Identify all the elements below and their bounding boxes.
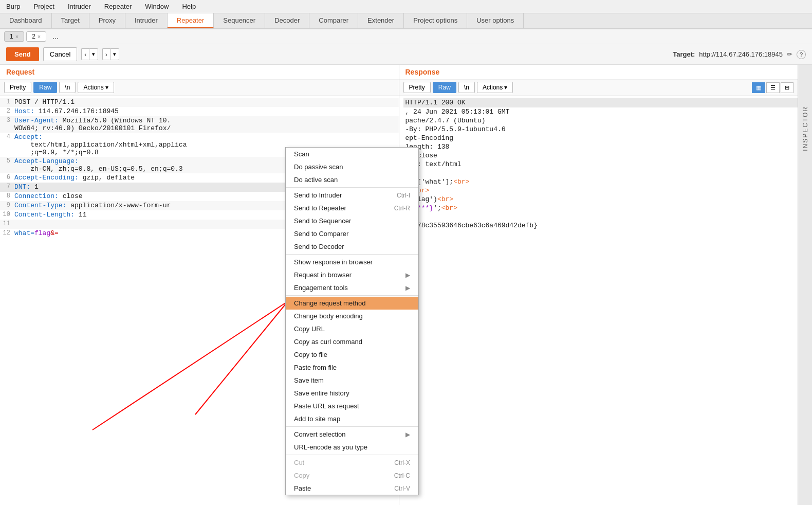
ctx-copy-url[interactable]: Copy URL: [286, 322, 418, 335]
request-actions-label: Actions: [83, 84, 103, 91]
request-pretty-tab[interactable]: Pretty: [4, 82, 31, 93]
ctx-scan[interactable]: Scan: [286, 148, 418, 160]
ctx-send-decoder[interactable]: Send to Decoder: [286, 240, 418, 253]
response-pretty-tab[interactable]: Pretty: [403, 82, 431, 93]
response-actions-arrow: ▾: [504, 84, 507, 91]
menu-project[interactable]: Project: [31, 2, 56, 11]
inspector-bar: INSPECTOR: [798, 65, 812, 505]
resp-line-9: OST['what'];<br>: [403, 177, 798, 186]
tab-project-options[interactable]: Project options: [404, 13, 467, 28]
response-status-line: HTTP/1.1 200 OK: [403, 98, 798, 107]
ctx-sep-3: [286, 295, 418, 296]
instance-bar: 1 × 2 × ...: [0, 29, 812, 44]
instance-close-2[interactable]: ×: [38, 33, 41, 40]
instance-close-1[interactable]: ×: [15, 33, 19, 40]
request-header: Request: [0, 65, 399, 80]
resp-line-3: pache/2.4.7 (Ubuntu): [403, 116, 798, 125]
code-line-2: 2 Host: 114.67.246.176:18945: [0, 107, 399, 116]
request-actions-arrow: ▾: [105, 84, 108, 91]
ctx-paste-from-file[interactable]: Paste from file: [286, 361, 418, 374]
request-newline-tab[interactable]: \n: [59, 82, 76, 93]
cancel-button[interactable]: Cancel: [43, 47, 77, 61]
tab-repeater[interactable]: Repeater: [168, 13, 214, 28]
ctx-send-comparer[interactable]: Send to Comparer: [286, 227, 418, 240]
request-actions-button[interactable]: Actions ▾: [78, 82, 114, 93]
view-split-btn[interactable]: ▦: [752, 82, 765, 93]
ctx-send-repeater[interactable]: Send to Repeater Ctrl-R: [286, 202, 418, 214]
edit-target-icon[interactable]: ✏: [787, 50, 792, 58]
ctx-show-response-browser[interactable]: Show response in browser: [286, 256, 418, 268]
view-list-btn[interactable]: ☰: [766, 82, 780, 93]
tab-user-options[interactable]: User options: [467, 13, 524, 28]
tab-target[interactable]: Target: [52, 13, 89, 28]
tab-dashboard[interactable]: Dashboard: [0, 13, 52, 28]
response-newline-tab[interactable]: \n: [458, 82, 475, 93]
tab-intruder[interactable]: Intruder: [125, 13, 168, 28]
target-help-icon[interactable]: ?: [797, 50, 806, 59]
ctx-save-item[interactable]: Save item: [286, 374, 418, 387]
tab-sequencer[interactable]: Sequencer: [214, 13, 265, 28]
tab-extender[interactable]: Extender: [358, 13, 404, 28]
instance-more[interactable]: ...: [48, 31, 63, 42]
main-content: Request Pretty Raw \n Actions ▾ 1 POST /…: [0, 65, 812, 505]
back-nav-group: ‹ ▾: [81, 48, 98, 60]
target-info: Target: http://114.67.246.176:18945 ✏ ?: [673, 50, 806, 59]
view-grid-btn[interactable]: ⊟: [781, 82, 793, 93]
ctx-sep-1: [286, 187, 418, 188]
menu-window[interactable]: Window: [143, 2, 171, 11]
resp-line-10: t;<br>: [403, 186, 798, 195]
response-raw-tab[interactable]: Raw: [433, 82, 456, 93]
toolbar: Send Cancel ‹ ▾ › ▾ Target: http://114.6…: [0, 44, 812, 65]
menu-bar: Burp Project Intruder Repeater Window He…: [0, 0, 812, 13]
resp-line-7: n: close: [403, 151, 798, 160]
ctx-save-entire-history[interactable]: Save entire history: [286, 387, 418, 400]
ctx-sep-5: [286, 455, 418, 455]
target-prefix: Target:: [673, 50, 695, 58]
ctx-send-sequencer[interactable]: Send to Sequencer: [286, 214, 418, 227]
request-raw-tab[interactable]: Raw: [33, 82, 57, 93]
menu-burp[interactable]: Burp: [4, 2, 22, 11]
ctx-request-in-browser[interactable]: Request in browser ▶: [286, 268, 418, 281]
menu-help[interactable]: Help: [180, 2, 198, 11]
send-button[interactable]: Send: [6, 47, 39, 61]
tab-comparer[interactable]: Comparer: [309, 13, 358, 28]
ctx-paste-url-as-request[interactable]: Paste URL as request: [286, 400, 418, 412]
ctx-do-active-scan[interactable]: Do active scan: [286, 173, 418, 186]
response-code-area[interactable]: HTTP/1.1 200 OK , 24 Jun 2021 05:13:01 G…: [399, 96, 798, 505]
fwd-button[interactable]: ›: [102, 48, 110, 60]
resp-line-12: g{****}';<br>: [403, 204, 798, 212]
ctx-copy: Copy Ctrl-C: [286, 469, 418, 482]
code-line-3: 3 User-Agent: Mozilla/5.0 (Windows NT 10…: [0, 116, 399, 133]
view-mode-buttons: ▦ ☰ ⊟: [752, 82, 793, 93]
ctx-change-request-method[interactable]: Change request method: [286, 297, 418, 310]
resp-line-blank: [403, 169, 798, 177]
code-line-1: 1 POST / HTTP/1.1: [0, 98, 399, 107]
menu-intruder[interactable]: Intruder: [66, 2, 93, 11]
ctx-send-intruder[interactable]: Send to Intruder Ctrl-I: [286, 189, 418, 202]
back-button[interactable]: ‹: [81, 48, 89, 60]
right-panel: Response Pretty Raw \n Actions ▾ ▦ ☰ ⊟ H…: [399, 65, 798, 505]
resp-line-flag: cb678c35593646cbe63c6a469d42defb}: [403, 221, 798, 230]
instance-label-2: 2: [32, 33, 35, 40]
tab-decoder[interactable]: Decoder: [265, 13, 309, 28]
ctx-copy-to-file[interactable]: Copy to file: [286, 348, 418, 361]
ctx-paste[interactable]: Paste Ctrl-V: [286, 482, 418, 495]
response-actions-button[interactable]: Actions ▾: [477, 82, 513, 93]
ctx-convert-selection[interactable]: Convert selection ▶: [286, 428, 418, 441]
tab-proxy[interactable]: Proxy: [89, 13, 125, 28]
instance-label-1: 1: [10, 33, 13, 40]
ctx-sep-2: [286, 254, 418, 255]
ctx-add-to-site-map[interactable]: Add to site map: [286, 412, 418, 425]
ctx-change-body-encoding[interactable]: Change body encoding: [286, 310, 418, 322]
menu-repeater[interactable]: Repeater: [102, 2, 134, 11]
back-dropdown-button[interactable]: ▾: [89, 48, 98, 60]
resp-line-6: length: 138: [403, 142, 798, 151]
response-toolbar: Pretty Raw \n Actions ▾ ▦ ☰ ⊟: [399, 80, 798, 96]
ctx-url-encode-as-you-type[interactable]: URL-encode as you type: [286, 441, 418, 454]
ctx-engagement-tools[interactable]: Engagement tools ▶: [286, 281, 418, 294]
instance-tab-2[interactable]: 2 ×: [26, 31, 46, 42]
instance-tab-1[interactable]: 1 ×: [4, 31, 24, 42]
ctx-copy-curl[interactable]: Copy as curl command: [286, 335, 418, 348]
ctx-do-passive-scan[interactable]: Do passive scan: [286, 160, 418, 173]
fwd-dropdown-button[interactable]: ▾: [110, 48, 119, 60]
